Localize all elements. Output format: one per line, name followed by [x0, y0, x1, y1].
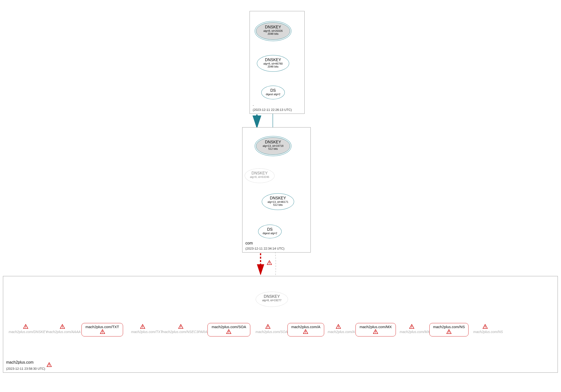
node-com-ksk[interactable]: DNSKEY alg=13, id=19718 512 bits [256, 137, 290, 155]
svg-rect-26 [485, 326, 485, 327]
svg-rect-16 [305, 331, 306, 332]
zone-com-label: com [245, 241, 253, 245]
svg-rect-12 [229, 331, 229, 332]
node-title: DNSKEY [256, 294, 288, 299]
ghost-mx: mach2plus.com/MX [398, 330, 432, 334]
zone-target-ts: (2023-12-11 23:58:30 UTC) [6, 367, 45, 370]
node-sub: 512 bits [256, 147, 290, 150]
svg-rect-3 [25, 327, 26, 328]
node-title: DNSKEY [256, 25, 290, 29]
node-sub: alg=13, id=19718 [256, 144, 290, 147]
node-sub: alg=8, id=19277 [256, 299, 288, 302]
warn-icon[interactable] [303, 329, 308, 334]
svg-rect-4 [62, 326, 63, 327]
svg-rect-10 [181, 326, 181, 327]
svg-rect-5 [62, 327, 63, 328]
svg-rect-14 [268, 326, 268, 327]
node-title: DNSKEY [245, 171, 274, 175]
warn-icon[interactable] [23, 324, 28, 329]
node-title: DS [262, 88, 285, 93]
warn-icon[interactable] [140, 324, 145, 329]
svg-rect-2 [25, 326, 26, 327]
node-com-ghost-key[interactable]: DNSKEY alg=8, id=63246 [245, 168, 275, 183]
zone-root-ts: (2023-12-11 22:26:13 UTC) [253, 108, 292, 112]
node-sub: alg=8, id=20326 [256, 29, 290, 32]
rr-label: mach2plus.com/SOA [208, 325, 250, 329]
rr-label: mach2plus.com/TXT [82, 325, 123, 329]
svg-rect-8 [142, 326, 143, 327]
ghost-a: mach2plus.com/A [325, 330, 357, 334]
warn-icon[interactable] [265, 324, 271, 329]
node-sub: 2048 bits [257, 65, 289, 68]
svg-rect-11 [181, 327, 181, 328]
warn-icon[interactable] [100, 329, 105, 334]
svg-rect-7 [102, 333, 103, 333]
warn-icon[interactable] [60, 324, 65, 329]
svg-rect-6 [102, 331, 103, 332]
node-sub: alg=8, id=63246 [245, 175, 274, 178]
warn-icon[interactable] [373, 329, 378, 334]
zone-target-label: mach2plus.com [6, 360, 34, 365]
svg-rect-19 [338, 327, 339, 328]
svg-rect-0 [269, 262, 270, 263]
warn-icon[interactable] [178, 324, 183, 329]
warn-zone-icon[interactable] [46, 362, 52, 368]
svg-rect-29 [49, 366, 49, 366]
node-root-ds[interactable]: DS digest alg=2 [261, 86, 285, 99]
zone-com-ts: (2023-12-11 22:34:14 UTC) [245, 247, 285, 250]
diagram-canvas: . (2023-12-11 22:26:13 UTC) DNSKEY alg=8… [0, 0, 561, 392]
node-target-dnskey[interactable]: DNSKEY alg=8, id=19277 [256, 292, 288, 307]
ghost-aaaa: mach2plus.com/AAAA [45, 330, 82, 334]
svg-rect-9 [142, 327, 143, 328]
svg-rect-24 [449, 331, 449, 332]
warn-delegation-icon[interactable] [267, 260, 272, 265]
node-sub: 512 bits [262, 203, 294, 206]
node-sub: alg=13, id=46171 [262, 200, 294, 203]
node-root-zsk[interactable]: DNSKEY alg=8, id=46780 2048 bits [257, 55, 289, 72]
svg-rect-13 [229, 333, 229, 333]
svg-rect-23 [412, 327, 412, 328]
svg-rect-28 [49, 364, 49, 365]
ghost-dnskey: mach2plus.com/DNSKEY [7, 330, 49, 334]
warn-icon[interactable] [482, 324, 488, 329]
node-com-ds[interactable]: DS digest alg=2 [258, 225, 282, 238]
node-title: DS [258, 227, 281, 232]
ghost-ns: mach2plus.com/NS [471, 330, 505, 334]
svg-rect-25 [449, 333, 449, 333]
svg-rect-27 [485, 327, 485, 328]
svg-rect-15 [268, 327, 268, 328]
svg-rect-20 [375, 331, 376, 332]
svg-rect-21 [375, 333, 376, 333]
node-sub: digest alg=2 [262, 93, 285, 96]
node-title: DNSKEY [257, 58, 289, 62]
warn-icon[interactable] [409, 324, 414, 329]
node-sub: digest alg=2 [258, 232, 281, 235]
node-sub: 2048 bits [256, 32, 290, 35]
svg-rect-22 [412, 326, 412, 327]
rr-label: mach2plus.com/MX [356, 325, 396, 329]
zone-root-label: . [253, 102, 254, 107]
node-root-ksk[interactable]: DNSKEY alg=8, id=20326 2048 bits [256, 22, 290, 40]
rr-label: mach2plus.com/A [288, 325, 324, 329]
ghost-txt: mach2plus.com/TXT [128, 330, 165, 334]
warn-icon[interactable] [226, 329, 231, 334]
svg-rect-18 [338, 326, 339, 327]
ghost-soa: mach2plus.com/SOA [253, 330, 290, 334]
node-title: DNSKEY [256, 140, 290, 144]
warn-icon[interactable] [336, 324, 341, 329]
svg-rect-1 [269, 264, 270, 264]
node-title: DNSKEY [262, 196, 294, 200]
node-sub: alg=8, id=46780 [257, 62, 289, 65]
node-com-zsk[interactable]: DNSKEY alg=13, id=46171 512 bits [262, 193, 294, 210]
warn-icon[interactable] [446, 329, 452, 334]
ghost-nsec3: mach2plus.com/NSEC3PARAM [161, 330, 210, 334]
rr-label: mach2plus.com/NS [430, 325, 468, 329]
svg-rect-17 [305, 333, 306, 333]
